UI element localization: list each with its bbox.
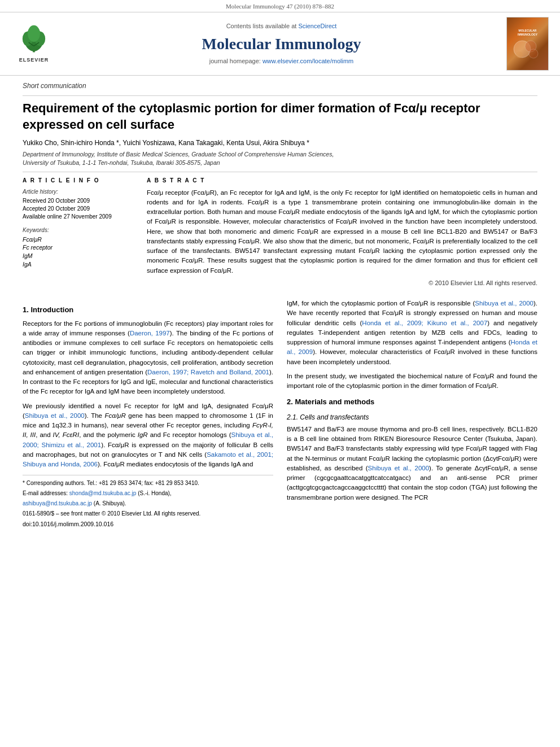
keywords-label: Keywords: <box>23 226 135 234</box>
footnote-corresponding: * Corresponding authors. Tel.: +81 29 85… <box>23 479 273 487</box>
email-link-1[interactable]: shonda@md.tsukuba.ac.jp <box>69 490 137 496</box>
article-title: Requirement of the cytoplasmic portion f… <box>23 101 537 133</box>
authors-text: Yukiko Cho, Shin-ichiro Honda *, Yuichi … <box>23 139 309 147</box>
footnote-email2: ashibuya@nd.tsukuba.ac.jp (A. Shibuya). <box>23 499 273 508</box>
accepted-date: Accepted 20 October 2009 <box>23 205 135 213</box>
body-left-col: 1. Introduction Receptors for the Fc por… <box>23 299 273 529</box>
elsevier-tree-icon <box>17 24 51 55</box>
keyword-4: IgA <box>23 260 135 269</box>
abstract-col: A B S T R A C T Fcα/μ receptor (Fcα/μR),… <box>147 177 537 288</box>
keyword-2: Fc receptor <box>23 243 135 252</box>
body-columns: 1. Introduction Receptors for the Fc por… <box>23 299 537 529</box>
keyword-3: IgM <box>23 252 135 260</box>
content-area: Short communication Requirement of the c… <box>0 76 560 293</box>
authors-line: Yukiko Cho, Shin-ichiro Honda *, Yuichi … <box>23 138 537 148</box>
elsevier-brand-text: ELSEVIER <box>19 56 49 64</box>
email-link-2[interactable]: ashibuya@nd.tsukuba.ac.jp <box>23 500 92 506</box>
doi-line: doi:10.1016/j.molimm.2009.10.016 <box>23 520 273 529</box>
main-body: 1. Introduction Receptors for the Fc por… <box>0 293 560 535</box>
svg-point-4 <box>28 25 40 42</box>
ref-shibuya2000c[interactable]: Shibuya et al., 2000 <box>475 300 533 307</box>
methods-sub-title: 2.1. Cells and transfectants <box>287 412 537 422</box>
affiliation: Department of Immunology, Institute of B… <box>23 150 537 167</box>
ref-honda2009b[interactable]: Honda et al., 2009 <box>287 339 537 355</box>
journal-cover-image: MOLECULARIMMUNOLOGY <box>506 17 549 71</box>
intro-right-para1: IgM, for which the cytoplasmic portion o… <box>287 299 537 367</box>
cover-title: MOLECULARIMMUNOLOGY <box>517 28 539 38</box>
footnote-email: E-mail addresses: shonda@md.tsukuba.ac.j… <box>23 489 273 497</box>
methods-title: 2. Materials and methods <box>287 396 537 408</box>
keywords-block: Keywords: Fcα/μR Fc receptor IgM IgA <box>23 226 135 269</box>
body-right-col: IgM, for which the cytoplasmic portion o… <box>287 299 537 529</box>
ref-honda2009a[interactable]: Honda et al., 2009; Kikuno et al., 2007 <box>362 320 487 326</box>
svg-point-9 <box>529 49 538 58</box>
copyright-line: © 2010 Elsevier Ltd. All rights reserved… <box>147 279 537 287</box>
citation-text: Molecular Immunology 47 (2010) 878–882 <box>226 3 334 10</box>
issn-line: 0161-5890/$ – see front matter © 2010 El… <box>23 509 273 518</box>
ref-shibuya2000d[interactable]: Shibuya et al., 2000 <box>368 465 429 471</box>
methods-para: BW5147 and Ba/F3 are mouse thymoma and p… <box>287 425 537 503</box>
article-history-block: Article history: Received 20 October 200… <box>23 188 135 221</box>
journal-title: Molecular Immunology <box>62 33 501 55</box>
intro-para1: Receptors for the Fc portions of immunog… <box>23 319 273 397</box>
ref-daeron1997a[interactable]: Daeron, 1997 <box>130 330 170 337</box>
journal-center-info: Contents lists available at ScienceDirec… <box>56 22 506 66</box>
intro-title: 1. Introduction <box>23 304 273 316</box>
svg-point-10 <box>516 51 523 58</box>
sciencedirect-line: Contents lists available at ScienceDirec… <box>62 22 501 30</box>
ref-sakamoto2001[interactable]: Sakamoto et al., 2001; Shibuya and Honda… <box>23 451 273 468</box>
article-info-col: A R T I C L E I N F O Article history: R… <box>23 177 135 288</box>
ref-shibuya2000a[interactable]: Shibuya et al., 2000 <box>25 412 85 419</box>
history-label: Article history: <box>23 188 135 196</box>
article-type: Short communication <box>23 81 537 91</box>
intro-right-para2: In the present study, we investigated th… <box>287 372 537 391</box>
info-divider <box>23 172 537 172</box>
journal-homepage: journal homepage: www.elsevier.com/locat… <box>62 57 501 65</box>
received-date: Received 20 October 2009 <box>23 197 135 205</box>
ref-daeron1997b[interactable]: Daeron, 1997; Ravetch and Bolland, 2001 <box>147 369 269 375</box>
journal-header: ELSEVIER Contents lists available at Sci… <box>0 12 560 76</box>
abstract-header: A B S T R A C T <box>147 177 537 185</box>
article-info-header: A R T I C L E I N F O <box>23 177 135 185</box>
cover-decoration <box>511 38 545 60</box>
keyword-1: Fcα/μR <box>23 235 135 244</box>
journal-citation: Molecular Immunology 47 (2010) 878–882 <box>0 0 560 12</box>
footnotes: * Corresponding authors. Tel.: +81 29 85… <box>23 475 273 529</box>
title-divider <box>23 95 537 96</box>
elsevier-logo: ELSEVIER <box>11 24 56 64</box>
abstract-text: Fcα/μ receptor (Fcα/μR), an Fc receptor … <box>147 188 537 276</box>
info-abstract-section: A R T I C L E I N F O Article history: R… <box>23 177 537 288</box>
intro-para2: We previously identified a novel Fc rece… <box>23 401 273 470</box>
available-date: Available online 27 November 2009 <box>23 213 135 221</box>
